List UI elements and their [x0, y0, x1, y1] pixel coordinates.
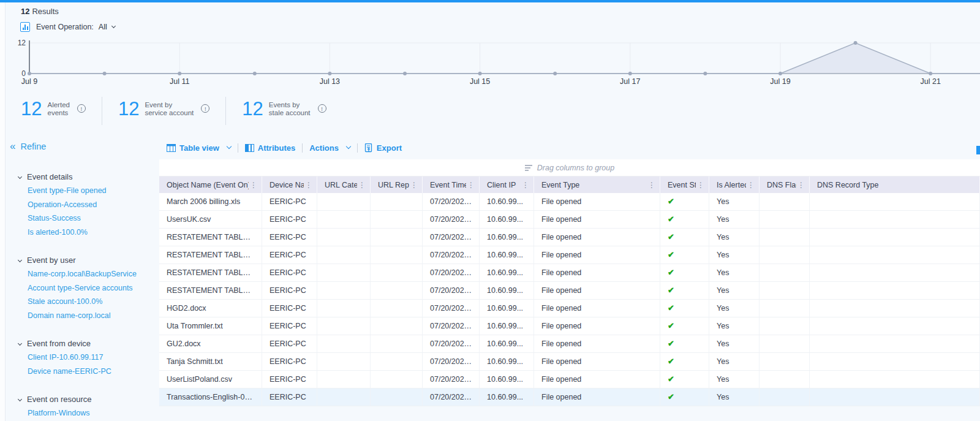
attributes-button[interactable]: Attributes — [245, 143, 295, 153]
refine-filter-link[interactable]: Is alerted-100.0% — [18, 226, 159, 240]
refine-section-header[interactable]: Event details — [18, 170, 159, 184]
table-row[interactable]: HGD2.docxEERIC-PC07/20/2020...10.60.99..… — [159, 300, 980, 317]
cell-client_ip: 10.60.99... — [480, 300, 534, 317]
table-row[interactable]: RESTATEMENT TABLES V4 ...EERIC-PC07/20/2… — [159, 282, 980, 300]
column-header-object_name[interactable]: Object Name (Event On)⋮ — [159, 176, 262, 193]
cell-event_time: 07/20/2020... — [423, 264, 480, 281]
cell-event_status: ✔ — [660, 335, 709, 352]
column-header-dns_flag[interactable]: DNS Flag⋮ — [760, 176, 810, 193]
cell-event_type: File opened — [534, 371, 660, 388]
column-menu-icon[interactable]: ⋮ — [409, 181, 422, 189]
column-menu-icon[interactable]: ⋮ — [521, 181, 533, 189]
event-operation-filter[interactable]: Event Operation: All — [20, 22, 115, 32]
table-header-row: Object Name (Event On)⋮ Device Na..⋮ URL… — [159, 176, 980, 193]
column-header-device_name[interactable]: Device Na..⋮ — [262, 176, 317, 193]
refine-filter-link[interactable]: Domain name-corp.local — [18, 309, 159, 323]
column-header-event_type[interactable]: Event Type⋮ — [534, 176, 660, 193]
table-row[interactable]: GU2.docxEERIC-PC07/20/2020...10.60.99...… — [159, 335, 980, 353]
cell-client_ip: 10.60.99... — [480, 246, 534, 264]
cell-device_name: EERIC-PC — [262, 282, 317, 299]
table-toolbar: Table view Attributes Actions Export — [167, 142, 402, 154]
cell-device_name: EERIC-PC — [262, 389, 317, 406]
column-header-url_category[interactable]: URL Categ..⋮ — [317, 176, 371, 193]
refine-section-header[interactable]: Event from device — [18, 337, 159, 351]
table-row[interactable]: RESTATEMENT TABLES V4 ...EERIC-PC07/20/2… — [159, 246, 980, 264]
table-row[interactable]: Transactions-English-06 03 ...EERIC-PC07… — [159, 389, 980, 406]
info-icon[interactable]: ! — [77, 104, 86, 113]
cell-dns_record_type — [810, 282, 980, 299]
refine-filter-link[interactable]: Client IP-10.60.99.117 — [18, 351, 159, 365]
divider — [357, 143, 358, 153]
cell-dns_flag — [760, 371, 810, 388]
cell-dns_record_type — [810, 193, 980, 210]
refine-filter-link[interactable]: Stale account-100.0% — [18, 295, 159, 309]
event-operation-value[interactable]: All — [99, 23, 115, 31]
refine-filter-link[interactable]: Name-corp.local\BackupService — [18, 267, 159, 281]
column-menu-icon[interactable]: ⋮ — [357, 181, 370, 189]
column-menu-icon[interactable]: ⋮ — [796, 181, 809, 189]
column-header-url_reputation[interactable]: URL Reput.⋮ — [371, 176, 423, 193]
cell-device_name: EERIC-PC — [262, 193, 317, 210]
cell-dns_flag — [760, 264, 810, 281]
cell-dns_record_type — [810, 317, 980, 335]
column-settings-button-partial[interactable] — [976, 146, 980, 154]
refine-filter-link[interactable]: Event type-File opened — [18, 184, 159, 198]
table-row[interactable]: UsersUK.csvEERIC-PC07/20/2020...10.60.99… — [159, 211, 980, 229]
column-menu-icon[interactable]: ⋮ — [746, 181, 759, 189]
cell-event_status: ✔ — [660, 300, 709, 317]
cell-object_name: RESTATEMENT TABLES V4 ... — [159, 264, 262, 281]
column-header-client_ip[interactable]: Client IP⋮ — [480, 176, 534, 193]
cell-dns_flag — [760, 193, 810, 210]
stat-events-by-stale-account: 12 Events bystale account ! — [242, 97, 326, 121]
refine-collapse-button[interactable]: « Refine — [10, 142, 46, 151]
table-row[interactable]: March 2006 billing.xlsEERIC-PC07/20/2020… — [159, 193, 980, 211]
cell-event_type: File opened — [534, 264, 660, 281]
cell-object_name: Uta Trommler.txt — [159, 317, 262, 335]
column-menu-icon[interactable]: ⋮ — [647, 181, 660, 189]
group-by-dropzone[interactable]: Drag columns to group — [159, 159, 980, 176]
refine-filter-link[interactable]: Operation-Accessed — [18, 198, 159, 212]
chevron-down-icon — [227, 144, 232, 149]
export-icon — [364, 143, 373, 153]
cell-event_type: File opened — [534, 211, 660, 228]
cell-device_name: EERIC-PC — [262, 371, 317, 388]
table-row[interactable]: Uta Trommler.txtEERIC-PC07/20/2020...10.… — [159, 317, 980, 335]
column-header-is_alerted[interactable]: Is Alerted⋮ — [709, 176, 760, 193]
refine-filter-link[interactable]: Device name-EERIC-PC — [18, 365, 159, 379]
refine-panel: Event details Event type-File openedOper… — [18, 170, 159, 421]
export-button[interactable]: Export — [364, 143, 402, 153]
cell-device_name: EERIC-PC — [262, 246, 317, 264]
table-row[interactable]: Tanja Schmitt.txtEERIC-PC07/20/2020...10… — [159, 353, 980, 371]
info-icon[interactable]: ! — [201, 104, 209, 113]
refine-filter-link[interactable]: Status-Success — [18, 211, 159, 226]
table-row[interactable]: RESTATEMENT TABLES V4 ...EERIC-PC07/20/2… — [159, 229, 980, 246]
group-hint: Drag columns to group — [537, 164, 614, 172]
cell-object_name: HGD2.docx — [159, 300, 262, 317]
column-header-dns_record_type[interactable]: DNS Record Type — [810, 176, 980, 193]
cell-dns_record_type — [810, 211, 980, 228]
column-menu-icon[interactable]: ⋮ — [249, 181, 262, 189]
column-header-event_time[interactable]: Event Time⋮ — [423, 176, 480, 193]
cell-event_time: 07/20/2020... — [423, 371, 480, 388]
cell-device_name: EERIC-PC — [262, 229, 317, 246]
refine-section-header[interactable]: Event by user — [18, 254, 159, 267]
table-row[interactable]: RESTATEMENT TABLES V4 ...EERIC-PC07/20/2… — [159, 264, 980, 282]
check-icon: ✔ — [668, 339, 674, 348]
column-menu-icon[interactable]: ⋮ — [304, 181, 317, 189]
x-axis-tick: Jul 21 — [921, 77, 941, 86]
column-menu-icon[interactable]: ⋮ — [466, 181, 479, 189]
refine-section-header[interactable]: Event on resource — [18, 393, 159, 406]
cell-is_alerted: Yes — [709, 282, 760, 299]
cell-dns_flag — [760, 211, 810, 228]
table-row[interactable]: UserListPoland.csvEERIC-PC07/20/2020...1… — [159, 371, 980, 389]
column-header-event_status[interactable]: Event Statu⋮ — [660, 176, 709, 193]
info-icon[interactable]: ! — [318, 104, 326, 113]
cell-url_category — [317, 246, 371, 264]
table-view-button[interactable]: Table view — [167, 143, 231, 153]
cell-url_reputation — [371, 264, 423, 281]
check-icon: ✔ — [668, 214, 674, 224]
column-menu-icon[interactable]: ⋮ — [696, 181, 709, 189]
actions-button[interactable]: Actions — [309, 143, 350, 153]
refine-filter-link[interactable]: Account type-Service accounts — [18, 281, 159, 295]
refine-filter-link[interactable]: Platform-Windows — [18, 406, 159, 420]
